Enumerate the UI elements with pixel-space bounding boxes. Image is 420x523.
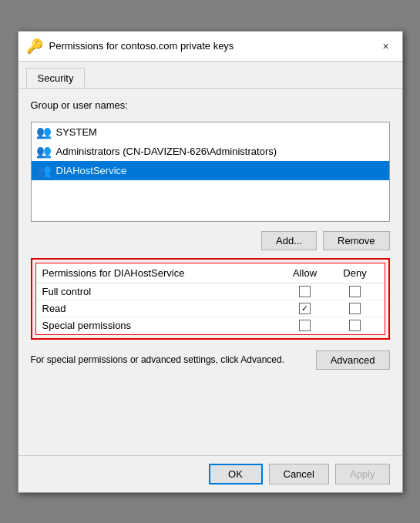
- dialog-title: Permissions for contoso.com private keys: [49, 40, 234, 52]
- info-text: For special permissions or advanced sett…: [31, 354, 305, 367]
- user-name-administrators: Administrators (CN-DAVIZEN-626\Administr…: [56, 146, 277, 157]
- perm-row-read: Read: [36, 300, 385, 317]
- user-item-administrators[interactable]: 👥 Administrators (CN-DAVIZEN-626\Adminis…: [32, 142, 389, 161]
- user-item-system[interactable]: 👥 SYSTEM: [32, 122, 389, 142]
- cancel-button[interactable]: Cancel: [269, 464, 329, 484]
- checkbox-deny-full-control[interactable]: [349, 286, 361, 297]
- perm-allow-special[interactable]: [278, 320, 332, 331]
- user-icon-administrators: 👥: [36, 144, 52, 159]
- perm-deny-read[interactable]: [332, 303, 378, 314]
- advanced-button[interactable]: Advanced: [316, 350, 390, 370]
- users-section-label: Group or user names:: [31, 99, 390, 111]
- user-list[interactable]: 👥 SYSTEM 👥 Administrators (CN-DAVIZEN-62…: [31, 122, 390, 222]
- permissions-title: Permissions for DIAHostService: [42, 267, 278, 279]
- permissions-deny-header: Deny: [332, 267, 378, 279]
- perm-row-special: Special permissions: [36, 317, 385, 334]
- info-row: For special permissions or advanced sett…: [31, 350, 390, 370]
- checkbox-allow-full-control[interactable]: [299, 286, 311, 297]
- perm-label-special: Special permissions: [42, 320, 278, 331]
- permissions-dialog: 🔑 Permissions for contoso.com private ke…: [18, 31, 403, 493]
- permissions-outer-border: Permissions for DIAHostService Allow Den…: [31, 258, 390, 340]
- user-icon-system: 👥: [36, 125, 52, 139]
- checkbox-allow-read[interactable]: [299, 303, 311, 314]
- close-button[interactable]: ×: [378, 38, 395, 55]
- bottom-bar: OK Cancel Apply: [18, 455, 402, 492]
- perm-row-full-control: Full control: [36, 283, 385, 300]
- perm-allow-read[interactable]: [278, 303, 332, 314]
- perm-allow-full-control[interactable]: [278, 286, 332, 297]
- checkbox-deny-special[interactable]: [349, 320, 361, 331]
- user-item-diahostservice[interactable]: 👥 DIAHostService: [32, 161, 389, 180]
- ok-button[interactable]: OK: [209, 464, 263, 484]
- apply-button[interactable]: Apply: [335, 464, 390, 484]
- permissions-header: Permissions for DIAHostService Allow Den…: [36, 263, 385, 283]
- checkbox-deny-read[interactable]: [349, 303, 361, 314]
- user-name-diahostservice: DIAHostService: [56, 165, 127, 176]
- user-icon-diahostservice: 👥: [36, 163, 52, 178]
- key-icon: 🔑: [26, 38, 43, 55]
- tab-security[interactable]: Security: [26, 68, 86, 88]
- user-button-row: Add... Remove: [31, 231, 390, 250]
- main-content: Group or user names: 👥 SYSTEM 👥 Administ…: [18, 89, 402, 455]
- perm-label-full-control: Full control: [42, 286, 278, 297]
- tab-bar: Security: [18, 62, 402, 89]
- user-name-system: SYSTEM: [56, 126, 97, 138]
- title-bar: 🔑 Permissions for contoso.com private ke…: [18, 32, 402, 62]
- title-bar-left: 🔑 Permissions for contoso.com private ke…: [26, 38, 234, 55]
- perm-deny-special[interactable]: [332, 320, 378, 331]
- remove-button[interactable]: Remove: [323, 231, 389, 250]
- perm-deny-full-control[interactable]: [332, 286, 378, 297]
- permissions-allow-header: Allow: [278, 267, 332, 279]
- add-button[interactable]: Add...: [261, 231, 317, 250]
- perm-label-read: Read: [42, 303, 278, 314]
- checkbox-allow-special[interactable]: [299, 320, 311, 331]
- permissions-box: Permissions for DIAHostService Allow Den…: [35, 263, 385, 335]
